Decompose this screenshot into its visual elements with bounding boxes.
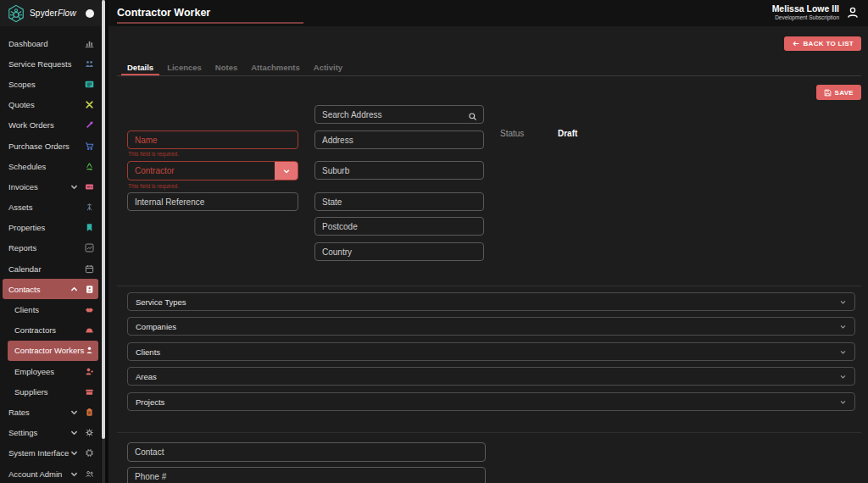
name-error-text: This field is required. [128,151,179,157]
contractor-select[interactable]: Contractor [127,161,298,180]
user-profile-icon[interactable] [846,6,860,23]
spyderflow-logo-icon [7,4,25,23]
sidebar-toggle-dot[interactable] [86,9,94,18]
sidebar-item-contractors[interactable]: Contractors [0,320,101,341]
chevron-down-icon [839,323,847,330]
tab-bar-divider [117,75,861,76]
name-input[interactable] [127,130,298,149]
contractor-error-text: This field is required. [128,183,179,189]
chevron-down-icon [70,428,79,437]
sidebar-item-account-admin[interactable]: Account Admin [0,464,101,483]
service-crew-icon [85,59,94,69]
sidebar-scrollbar-thumb[interactable] [102,0,105,439]
chevron-down-icon [839,348,847,356]
title-underline [117,22,303,24]
sidebar-item-settings[interactable]: Settings [0,423,101,443]
save-floppy-icon [824,89,832,97]
person-icon [85,346,94,355]
section-areas[interactable]: Areas [127,367,855,386]
sidebar-item-reports[interactable]: Reports [0,238,101,258]
sidebar-item-work-orders[interactable]: Work Orders [0,115,101,136]
sidebar-scrollbar[interactable] [102,0,105,483]
sidebar-nav: Dashboard Service Requests Scopes Quotes [0,26,101,483]
contractor-dropdown-button[interactable] [275,162,298,180]
status-label: Status [500,129,524,138]
postcode-input[interactable] [314,217,484,236]
sidebar-item-contacts[interactable]: Contacts [3,279,98,299]
tab-bar: Details Licences Notes Attachments Activ… [121,59,348,75]
wrench-icon [85,120,94,130]
sidebar-item-schedules[interactable]: Schedules [0,156,101,176]
chevron-down-icon [70,182,79,192]
sidebar-item-clients[interactable]: Clients [0,299,101,319]
tab-details[interactable]: Details [121,59,159,75]
sidebar-item-contractor-workers[interactable]: Contractor Workers [8,341,98,361]
section-divider [117,286,861,286]
hard-hat-icon [85,325,94,335]
sidebar-item-calendar[interactable]: Calendar [0,258,101,279]
sidebar-item-dashboard[interactable]: Dashboard [0,33,101,53]
sidebar-item-scopes[interactable]: Scopes [0,74,101,94]
contact-book-icon [85,285,94,294]
main-content: Contractor Worker Melissa Lowe III Devel… [108,0,868,483]
section-projects[interactable]: Projects [127,392,855,411]
search-address-field [314,105,484,124]
chevron-down-icon [70,469,79,479]
user-name: Melissa Lowe III [772,3,839,14]
search-address-input[interactable] [314,105,484,124]
people-icon [85,469,94,479]
chevron-down-icon [839,298,847,306]
contact-input[interactable] [127,442,486,462]
toolbox-icon [85,387,94,397]
app-root: SpyderFlow Dashboard Service Requests Sc… [0,0,868,483]
page-title: Contractor Worker [117,7,210,19]
chevron-down-icon [839,373,847,380]
chevron-down-icon [70,408,79,417]
section-companies[interactable]: Companies [127,317,855,336]
sidebar-item-invoices[interactable]: Invoices [0,176,101,197]
sidebar-item-rates[interactable]: Rates [0,402,101,422]
cart-icon [85,142,94,151]
tab-activity[interactable]: Activity [308,59,348,75]
internal-reference-input[interactable] [127,192,298,211]
card-icon [85,182,94,192]
back-to-list-button[interactable]: BACK TO LIST [784,36,861,51]
section-clients[interactable]: Clients [127,342,855,361]
sidebar: SpyderFlow Dashboard Service Requests Sc… [0,0,101,483]
sidebar-item-employees[interactable]: Employees [0,361,101,381]
sidebar-item-purchase-orders[interactable]: Purchase Orders [0,136,101,156]
person-plus-icon [85,367,94,376]
top-bar: Contractor Worker Melissa Lowe III Devel… [108,0,868,26]
list-box-icon [85,80,94,89]
sidebar-item-properties[interactable]: Properties [0,218,101,238]
sidebar-item-service-requests[interactable]: Service Requests [0,53,101,74]
phone-input[interactable] [127,467,486,483]
tab-attachments[interactable]: Attachments [245,59,306,75]
clipboard-icon [85,408,94,417]
tab-licences[interactable]: Licences [161,59,208,75]
save-button[interactable]: SAVE [816,85,861,100]
search-icon [468,109,477,125]
gear-icon [85,428,94,437]
tab-notes[interactable]: Notes [209,59,243,75]
bookmark-icon [85,223,94,232]
suburb-input[interactable] [314,161,484,180]
sidebar-item-quotes[interactable]: Quotes [0,95,101,115]
crossed-tools-icon [85,100,94,109]
sidebar-item-assets[interactable]: Assets [0,197,101,218]
sidebar-header: SpyderFlow [0,0,101,26]
chip-icon [85,448,94,458]
sidebar-item-system-interface[interactable]: System Interface [0,443,101,464]
country-input[interactable] [314,242,484,261]
contractor-select-placeholder: Contractor [128,166,275,175]
sidebar-item-suppliers[interactable]: Suppliers [0,381,101,402]
arrow-left-icon [792,40,800,47]
user-block: Melissa Lowe III Development Subscriptio… [772,3,839,20]
state-input[interactable] [314,192,484,211]
recycle-icon [85,162,94,171]
antenna-icon [85,203,94,212]
section-service-types[interactable]: Service Types [127,292,855,311]
line-chart-icon [85,243,94,253]
calendar-icon [85,264,94,274]
address-input[interactable] [314,130,484,149]
